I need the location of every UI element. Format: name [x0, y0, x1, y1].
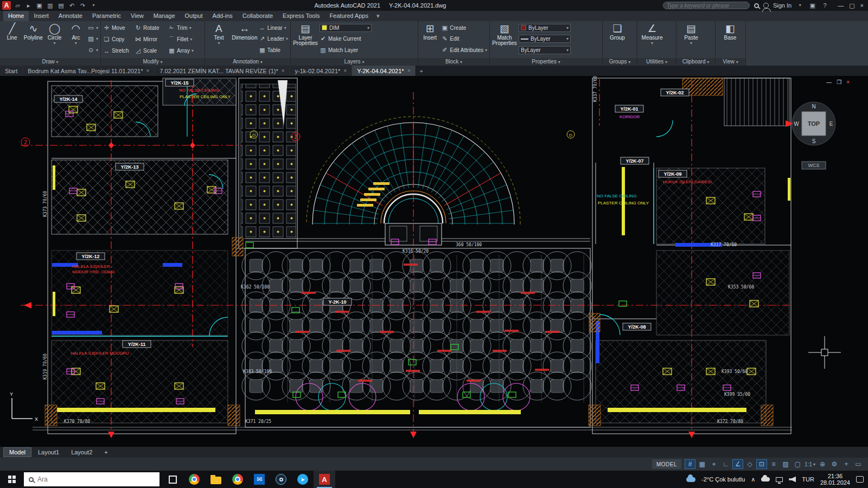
viewcube-south[interactable]: S — [812, 138, 816, 144]
drawing-area[interactable]: 2 2 D D — [0, 76, 868, 447]
annotation-panel-title[interactable]: Annotation ▾ — [205, 58, 290, 66]
signin-dropdown-icon[interactable]: ▾ — [796, 1, 804, 10]
tab-layout1[interactable]: Layout1 — [33, 448, 65, 457]
search-icon[interactable] — [754, 3, 759, 8]
close-tab-icon[interactable]: × — [146, 68, 149, 74]
draw-panel-title[interactable]: Draw ▾ — [0, 58, 100, 66]
tab-addins[interactable]: Add-ins — [208, 11, 238, 21]
object-snap-toggle[interactable]: ⊡ — [756, 459, 767, 469]
paste-button[interactable]: ▤Paste▾ — [679, 22, 704, 46]
rotate-button[interactable]: ↻Rotate — [135, 24, 168, 32]
snap-toggle[interactable]: ▦ — [697, 459, 707, 469]
array-dropdown-icon[interactable]: ▾ — [192, 48, 194, 53]
weather-widget[interactable]: -2°C Çok bulutlu — [701, 476, 745, 483]
line-button[interactable]: ╱Line — [2, 22, 22, 41]
ortho-toggle[interactable]: ∟ — [720, 459, 731, 469]
close-tab-icon[interactable]: × — [343, 68, 347, 74]
leader-dropdown-icon[interactable]: ▾ — [286, 36, 288, 41]
trim-button[interactable]: ✁Trim▾ — [168, 24, 200, 32]
tab-parametric[interactable]: Parametric — [87, 11, 126, 21]
doc-tab-zemin[interactable]: 7.02.2021 ZEMİN KAT... TAVAN REVİZE (1)*… — [155, 66, 290, 76]
doc-tab-y1k[interactable]: y-1k-02.04.2021*× — [290, 66, 353, 76]
scale-button[interactable]: ◿Scale — [135, 47, 168, 55]
doc-close-button[interactable]: × — [846, 79, 850, 85]
array-button[interactable]: ▦Array▾ — [168, 47, 200, 55]
leader-button[interactable]: ↗Leader▾ — [259, 35, 288, 43]
doc-tab-bodrum[interactable]: Bodrum Kat Asma Tav...Projesi 11.01.2021… — [23, 66, 155, 76]
action-center-icon[interactable] — [856, 476, 864, 483]
autocad-taskbar-button[interactable]: A — [314, 471, 335, 488]
onedrive-icon[interactable] — [761, 477, 770, 481]
viewcube-north[interactable]: N — [812, 104, 815, 110]
groups-panel-title[interactable]: Groups ▾ — [603, 58, 637, 66]
telegram-taskbar-button[interactable]: ➤ — [292, 471, 314, 488]
tab-model[interactable]: Model — [3, 447, 31, 457]
trim-dropdown-icon[interactable]: ▾ — [189, 25, 192, 30]
wcs-label[interactable]: WCS — [808, 163, 820, 168]
block-panel-title[interactable]: Block ▾ — [418, 58, 489, 66]
edit-attributes-dropdown-icon[interactable]: ▾ — [485, 48, 487, 53]
taskbar-search[interactable] — [24, 472, 159, 486]
properties-panel-title[interactable]: Properties ▾ — [490, 58, 602, 66]
chrome-2-taskbar-button[interactable] — [227, 471, 248, 488]
polar-tracking-toggle[interactable]: ∠ — [732, 459, 743, 469]
ribbon-display-toggle-icon[interactable]: ▾ — [373, 11, 383, 21]
plot-icon[interactable]: ▤ — [57, 1, 65, 10]
start-button[interactable] — [0, 471, 24, 488]
lineweight-toggle[interactable]: ≡ — [768, 459, 779, 469]
new-file-icon[interactable]: ▱ — [14, 1, 22, 10]
viewcube-east[interactable]: E — [829, 121, 833, 127]
make-current-button[interactable]: ✔Make Current — [320, 35, 372, 43]
viewcube-west[interactable]: W — [794, 121, 799, 127]
arc-dropdown-icon[interactable]: ▾ — [75, 41, 77, 46]
layers-panel-title[interactable]: Layers ▾ — [291, 58, 418, 66]
tab-layout2[interactable]: Layout2 — [66, 448, 98, 457]
base-button[interactable]: ◧Base — [718, 22, 743, 41]
text-dropdown-icon[interactable]: ▾ — [218, 41, 220, 46]
tab-manage[interactable]: Manage — [149, 11, 180, 21]
dimension-button[interactable]: ↔Dimension — [232, 22, 257, 41]
fillet-dropdown-icon[interactable]: ▾ — [190, 37, 192, 42]
tab-output[interactable]: Output — [180, 11, 208, 21]
open-file-icon[interactable]: ▸ — [24, 1, 33, 10]
minimize-button[interactable]: — — [838, 2, 844, 9]
text-button[interactable]: AText▾ — [207, 22, 231, 46]
new-layout-button[interactable]: + — [99, 448, 113, 457]
circle-dropdown-icon[interactable]: ▾ — [54, 41, 56, 46]
chrome-taskbar-button[interactable] — [183, 471, 205, 488]
maximize-button[interactable]: ▢ — [849, 2, 854, 9]
selection-cycling-toggle[interactable]: ▢ — [792, 459, 803, 469]
edit-block-button[interactable]: ✎Edit — [441, 35, 487, 43]
tray-chevron-icon[interactable]: ∧ — [751, 476, 755, 483]
autocad-logo-icon[interactable]: A — [2, 1, 11, 10]
taskbar-search-input[interactable] — [37, 476, 135, 483]
network-icon[interactable] — [776, 477, 783, 482]
fillet-button[interactable]: ⌒Fillet▾ — [168, 35, 200, 43]
linear-dropdown-icon[interactable]: ▾ — [284, 25, 286, 30]
steam-taskbar-button[interactable] — [270, 471, 292, 488]
clipboard-panel-title[interactable]: Clipboard ▾ — [676, 58, 715, 66]
new-tab-button[interactable]: + — [416, 66, 426, 76]
measure-button[interactable]: ∠Measure▾ — [640, 22, 665, 46]
layer-select[interactable]: DIM▾ — [320, 24, 372, 32]
match-properties-button[interactable]: ▧Match Properties — [492, 22, 517, 46]
model-space-button[interactable]: MODEL — [652, 459, 681, 469]
mirror-button[interactable]: ⋈Mirror — [135, 35, 168, 43]
file-explorer-taskbar-button[interactable] — [205, 471, 227, 488]
doc-tab-y2k[interactable]: Y-2K-04.04.2021*× — [352, 66, 416, 76]
circle-button[interactable]: ◯Circle▾ — [45, 22, 65, 46]
tab-home[interactable]: Home — [3, 11, 29, 21]
app-store-icon[interactable]: ▣ — [808, 1, 816, 10]
hatch-tool[interactable]: ▨▾ — [87, 35, 98, 43]
edit-attributes-button[interactable]: ✐Edit Attributes▾ — [441, 46, 487, 54]
close-tab-icon[interactable]: × — [407, 68, 411, 74]
linear-button[interactable]: ↔Linear▾ — [259, 24, 288, 32]
tab-view[interactable]: View — [126, 11, 149, 21]
language-indicator[interactable]: TUR — [802, 476, 814, 483]
mail-taskbar-button[interactable]: ✉ — [248, 471, 270, 488]
help-search-input[interactable] — [663, 2, 750, 9]
table-button[interactable]: ▦Table — [259, 46, 288, 54]
viewcube[interactable]: TOP N E S W WCS — [792, 102, 835, 169]
save-as-icon[interactable]: ▥ — [46, 1, 54, 10]
task-view-button[interactable] — [162, 471, 183, 488]
